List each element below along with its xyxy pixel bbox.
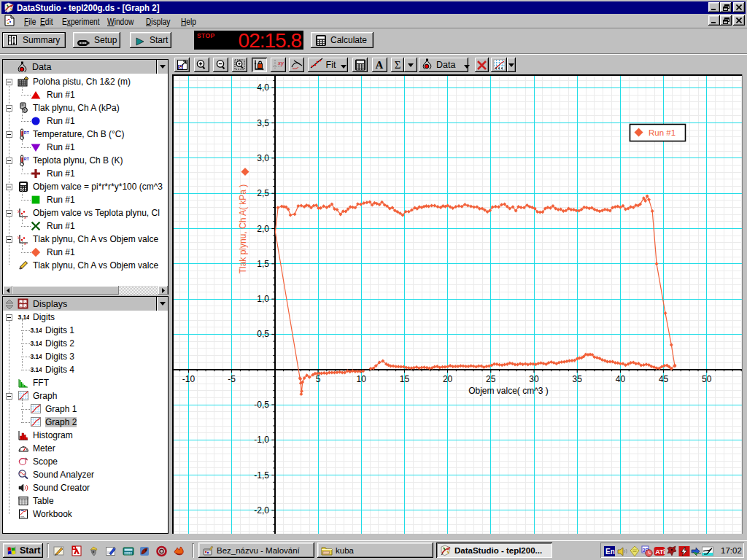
svg-text:-10: -10 [182,374,196,384]
svg-text:2,5: 2,5 [257,188,269,198]
svg-text:35: 35 [573,374,583,384]
svg-text:-1,0: -1,0 [254,435,269,445]
svg-text:4,0: 4,0 [257,82,269,93]
svg-text:-5: -5 [228,374,236,384]
svg-text:ATi: ATi [655,548,665,556]
svg-text:30: 30 [529,374,539,384]
svg-text:y: y [18,209,20,213]
svg-text:1,0: 1,0 [257,294,269,304]
svg-text:3.14: 3.14 [18,314,30,321]
svg-text:Tlak plynu, Ch A( kPa ): Tlak plynu, Ch A( kPa ) [238,184,248,274]
svg-text:RTD: RTD [24,157,29,161]
svg-text:Objem valce( cm^3 ): Objem valce( cm^3 ) [468,386,549,396]
svg-text:40: 40 [616,374,626,384]
svg-text:10: 10 [357,374,367,384]
svg-text:En: En [605,548,615,556]
svg-text:5: 5 [316,374,321,384]
svg-text:3.14: 3.14 [31,327,42,334]
svg-text:1,5: 1,5 [257,259,269,269]
svg-text:2,0: 2,0 [257,224,269,234]
svg-text:x: x [24,215,26,219]
svg-text:-1,5: -1,5 [254,470,269,481]
svg-text:RTD: RTD [24,131,29,135]
svg-text:0,5: 0,5 [257,329,269,339]
svg-text:Run #1: Run #1 [649,128,676,137]
svg-text:15: 15 [400,374,410,384]
svg-text:3.14: 3.14 [31,340,42,347]
svg-text:xy: xy [277,61,284,66]
svg-text:y: y [18,235,20,239]
svg-text:50: 50 [702,374,712,384]
svg-text:20: 20 [443,374,453,384]
svg-text:3.14: 3.14 [31,366,42,373]
svg-text:45: 45 [659,374,669,384]
svg-text:-2,0: -2,0 [254,505,269,516]
svg-text:3.14: 3.14 [31,353,42,360]
svg-text:x: x [24,241,26,246]
svg-text:-0,5: -0,5 [254,400,269,410]
svg-text:3,0: 3,0 [257,153,269,163]
svg-text:3,5: 3,5 [257,118,269,128]
svg-text:25: 25 [486,374,496,384]
